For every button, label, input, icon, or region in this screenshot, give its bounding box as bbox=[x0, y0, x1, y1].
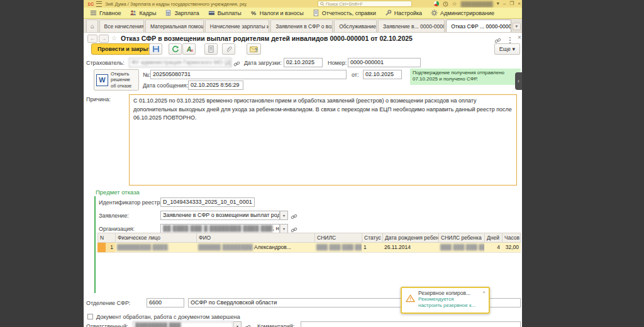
backup-notification[interactable]: ! Резервное копиров... × Рекомендуется н… bbox=[401, 287, 490, 314]
close-window-button[interactable]: × bbox=[518, 0, 521, 8]
service-status-icon[interactable] bbox=[434, 1, 439, 6]
document-structure-button[interactable] bbox=[204, 43, 218, 55]
minimize-button[interactable]: – bbox=[503, 0, 506, 8]
number-label: Номер: bbox=[328, 60, 347, 66]
menu-item-reports[interactable]: Отчетность, справки bbox=[313, 9, 376, 16]
percent-icon: % bbox=[250, 9, 257, 16]
col-status[interactable]: Статус bbox=[362, 233, 382, 243]
application-link-icon[interactable] bbox=[291, 211, 298, 219]
tab-overflow-button[interactable]: ▾ bbox=[513, 23, 521, 30]
tab-application-15[interactable]: Заявление в... 0000-000015× bbox=[378, 19, 445, 32]
save-button[interactable] bbox=[149, 43, 162, 55]
cell-fio-hidden-1: ██████ bbox=[198, 244, 221, 250]
menu-item-hr[interactable]: Кадры bbox=[130, 9, 156, 16]
open-decision-label: Открыть решение об отказе bbox=[111, 71, 136, 89]
comment-input[interactable] bbox=[301, 321, 521, 327]
form-toolbar: Провести и закрыть A✕ ? Еще ▾ bbox=[84, 43, 522, 56]
col-days[interactable]: Дней bbox=[484, 233, 502, 243]
user-menu-chevron-icon[interactable]: ▾ bbox=[497, 0, 499, 8]
tab-sfr-applications[interactable]: Заявления в СФР о воз...× bbox=[270, 19, 333, 32]
more-button[interactable]: Еще ▾ bbox=[494, 43, 520, 55]
menu-item-main[interactable]: Главное bbox=[90, 9, 121, 16]
form-title: Отказ СФР в возмещении выплат родителям … bbox=[121, 35, 413, 42]
registry-id-input[interactable]: D_1049434333_2025_10_01_0001 bbox=[160, 197, 255, 207]
insurer-link-icon[interactable] bbox=[233, 58, 241, 66]
cell-status[interactable]: 1 bbox=[362, 243, 382, 253]
post-icon bbox=[172, 45, 179, 53]
history-icon[interactable] bbox=[443, 1, 448, 7]
attachments-button[interactable] bbox=[222, 43, 235, 55]
col-n[interactable]: N bbox=[97, 233, 115, 243]
col-child-birth[interactable]: Дата рождения ребенка bbox=[382, 233, 438, 243]
message-date-input[interactable]: 02.10.2025 8:56:29 bbox=[188, 80, 243, 90]
tab-all-accruals[interactable]: Все начисления× bbox=[99, 19, 144, 32]
col-fio[interactable]: ФИО bbox=[196, 233, 314, 243]
undo-posting-button[interactable]: A✕ bbox=[182, 43, 196, 55]
menu-item-salary[interactable]: Зарплата bbox=[165, 9, 199, 16]
reason-textarea[interactable]: С 01.10.2025 по 03.10.2025 временно прио… bbox=[129, 94, 517, 186]
responsible-link-icon[interactable] bbox=[244, 322, 252, 327]
post-document-button[interactable] bbox=[169, 43, 182, 55]
col-hours[interactable]: Часов bbox=[502, 233, 521, 243]
tab-label: Заявление в... 0000-000015 bbox=[383, 23, 445, 30]
send-question-button[interactable]: ? bbox=[247, 43, 261, 55]
forward-button[interactable]: → bbox=[99, 35, 109, 43]
responsible-dropdown-button[interactable]: ▾ bbox=[233, 321, 242, 327]
cell-child-snils[interactable]: ███ ███ ███ ██ bbox=[438, 243, 484, 253]
restore-button[interactable]: ❐ bbox=[509, 0, 514, 8]
envelope-question-icon: ? bbox=[250, 46, 258, 53]
open-refusal-decision-button[interactable]: W Открыть решение об отказе bbox=[94, 69, 139, 91]
cell-n[interactable]: 1 bbox=[97, 243, 115, 253]
notification-close-icon[interactable]: × bbox=[482, 289, 486, 295]
number-input[interactable]: 0000-000001 bbox=[348, 58, 421, 67]
insurer-input[interactable]: ФУ администрация Гаринского МО (Дума Гар… bbox=[129, 58, 231, 67]
table-row[interactable]: 1 █████████ ████. ██████ ████████ Алекса… bbox=[97, 243, 521, 253]
tab-material-help[interactable]: Материальная помощь× bbox=[145, 19, 204, 32]
tab-service[interactable]: Обслуживание× bbox=[334, 19, 377, 32]
menu-item-taxes[interactable]: % Налоги и взносы bbox=[250, 9, 304, 16]
reg-number-input[interactable]: 202505080731 bbox=[150, 70, 347, 79]
notification-link-line-1[interactable]: Рекомендуется bbox=[418, 296, 486, 302]
tab-sfr-refusal-active[interactable]: Отказ СФР ... 0000-000001× bbox=[446, 19, 511, 32]
application-dropdown-button[interactable]: ▾ bbox=[280, 211, 288, 220]
responsible-input[interactable]: ████████ ███ bbox=[133, 321, 233, 327]
organization-link-icon[interactable] bbox=[291, 224, 298, 232]
load-date-input[interactable]: 02.10.2025 bbox=[284, 58, 323, 67]
panel-collapse-handle[interactable]: ‹ bbox=[515, 72, 522, 90]
col-person[interactable]: Физическое лицо bbox=[115, 233, 196, 243]
cell-days[interactable]: 4 bbox=[484, 243, 502, 253]
from-date-input[interactable]: 02.10.2025 bbox=[363, 70, 402, 79]
confirmation-note: Подтверждение получения отправлено 07.10… bbox=[410, 69, 521, 85]
global-search-input[interactable]: Поиск Ctrl+Shift+F bbox=[318, 1, 412, 7]
menu-item-administration[interactable]: Администрирование bbox=[431, 9, 494, 16]
organization-input[interactable]: ██ ████ ███ █ ████████ ████ ███, ниц bbox=[160, 224, 280, 233]
close-form-button[interactable]: × bbox=[518, 34, 521, 41]
organization-dropdown-button[interactable]: ▾ bbox=[280, 224, 288, 233]
sfr-code-input[interactable]: 6600 bbox=[147, 298, 184, 308]
reason-label: Причина: bbox=[86, 96, 111, 103]
notification-link-line-2[interactable]: настроить резервное к... bbox=[418, 302, 486, 309]
tab-home[interactable]: ⌂ bbox=[86, 19, 98, 32]
favorites-star-icon[interactable]: ☆ bbox=[452, 1, 457, 7]
cell-person[interactable]: █████████ ████. bbox=[115, 243, 196, 253]
cell-snils[interactable]: ███ ███ ███ ██ bbox=[314, 243, 362, 253]
menu-item-settings[interactable]: Настройка bbox=[385, 9, 422, 16]
cell-hours[interactable]: 32,00 bbox=[502, 243, 521, 253]
col-snils[interactable]: СНИЛС bbox=[314, 233, 362, 243]
col-child-snils[interactable]: СНИЛС ребенка bbox=[438, 233, 484, 243]
sfr-department-label: Отделение СФР: bbox=[86, 300, 130, 306]
calculator-icon bbox=[165, 9, 172, 16]
document-list-icon bbox=[208, 45, 214, 53]
tab-salary-accrual[interactable]: Начисление зарплаты и ...× bbox=[205, 19, 270, 32]
favorite-star-icon[interactable]: ☆ bbox=[111, 35, 117, 42]
organization-label: Организация: bbox=[99, 226, 135, 232]
main-menu-icon[interactable] bbox=[96, 1, 102, 7]
wrench-icon bbox=[385, 9, 392, 16]
cell-child-birth[interactable]: 26.11.2014 bbox=[382, 243, 438, 253]
back-button[interactable]: ← bbox=[87, 35, 97, 43]
current-user[interactable]: █████████ bbox=[461, 1, 493, 7]
application-input[interactable]: Заявление в СФР о возмещении выплат роди… bbox=[160, 211, 280, 220]
menu-item-payments[interactable]: Выплаты bbox=[208, 9, 242, 16]
cell-fio[interactable]: ██████ ████████ Александров... bbox=[196, 243, 314, 253]
processed-checkbox[interactable] bbox=[87, 314, 93, 319]
